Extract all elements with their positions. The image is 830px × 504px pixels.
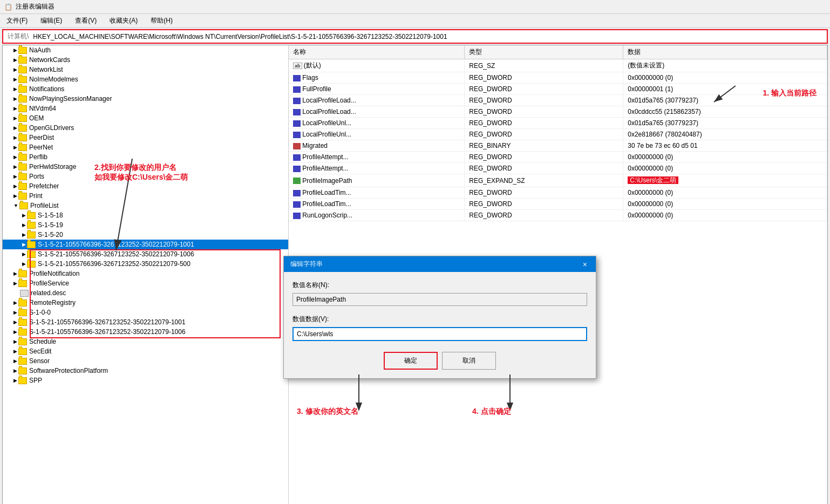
reg-type: REG_DWORD (465, 106, 623, 118)
tree-item-noimemodelmes[interactable]: ▶NoImeModelmes (3, 74, 288, 84)
reg-data: 0x2e818667 (780240487) (623, 129, 827, 140)
registry-row[interactable]: LocalProfileLoad... REG_DWORD 0x0cddcc55… (289, 106, 827, 118)
tree-item-remoteregistry[interactable]: ▶RemoteRegistry (3, 298, 288, 308)
tree-item-print[interactable]: ▶Print (3, 191, 288, 201)
reg-type: REG_DWORD (465, 187, 623, 199)
tree-item-profilelist[interactable]: ▼ProfileList (3, 201, 288, 210)
tree-item-s-1-5-21-b-1006[interactable]: ▶S-1-5-21-1055766396-3267123252-35022120… (3, 327, 288, 337)
reg-name: LocalProfileUnl... (289, 118, 465, 129)
tree-item-networklist[interactable]: ▶NetworkList (3, 65, 288, 74)
reg-name: RunLogonScrip... (289, 210, 465, 221)
reg-data: 0x00000000 (0) (623, 152, 827, 163)
reg-name: LocalProfileUnl... (289, 129, 465, 140)
registry-row[interactable]: Flags REG_DWORD 0x00000000 (0) (289, 72, 827, 84)
reg-name: LocalProfileLoad... (289, 95, 465, 106)
registry-row[interactable]: Migrated REG_BINARY 30 7e be 73 ec 60 d5… (289, 140, 827, 152)
tree-item-perflib[interactable]: ▶Perflib (3, 152, 288, 162)
registry-row[interactable]: RunLogonScrip... REG_DWORD 0x00000000 (0… (289, 210, 827, 221)
registry-row[interactable]: LocalProfileLoad... REG_DWORD 0x01d5a765… (289, 95, 827, 106)
col-name: 名称 (289, 45, 465, 59)
registry-row[interactable]: ProfileLoadTim... REG_DWORD 0x00000000 (… (289, 199, 827, 210)
tree-item-naauth[interactable]: ▶NaAuth (3, 45, 288, 55)
menu-bar: 文件(F) 编辑(E) 查看(V) 收藏夹(A) 帮助(H) (0, 14, 830, 28)
dialog-titlebar: 编辑字符串 × (284, 256, 596, 272)
reg-name: LocalProfileLoad... (289, 106, 465, 118)
menu-favorites[interactable]: 收藏夹(A) (107, 15, 140, 26)
reg-name: ProfileLoadTim... (289, 187, 465, 199)
dialog-body: 数值名称(N): 数值数据(V): 确定 取消 (284, 272, 596, 378)
reg-type: REG_DWORD (465, 72, 623, 84)
tree-item-profilenotification[interactable]: ▶ProfileNotification (3, 269, 288, 278)
reg-data: 0x01d5a765 (30779237) (623, 118, 827, 129)
ok-button[interactable]: 确定 (384, 352, 438, 370)
reg-data: 30 7e be 73 ec 60 d5 01 (623, 140, 827, 152)
dialog-close-button[interactable]: × (581, 260, 589, 269)
tree-item-s-1-5-21-b-1001[interactable]: ▶S-1-5-21-1055766396-3267123252-35022120… (3, 317, 288, 327)
tree-item-softwareprotection[interactable]: ▶SoftwareProtectionPlatform (3, 366, 288, 376)
reg-name: FullProfile (289, 84, 465, 95)
value-data-input[interactable] (292, 327, 587, 341)
tree-item-peernet[interactable]: ▶PeerNet (3, 142, 288, 152)
tree-item-spp[interactable]: ▶SPP (3, 376, 288, 385)
reg-data: 0x00000000 (0) (623, 163, 827, 174)
tree-item-ntvdm64[interactable]: ▶NtVdm64 (3, 104, 288, 113)
registry-row[interactable]: LocalProfileUnl... REG_DWORD 0x01d5a765 … (289, 118, 827, 129)
registry-row[interactable]: LocalProfileUnl... REG_DWORD 0x2e818667 … (289, 129, 827, 140)
tree-item-s-1-5-20[interactable]: ▶S-1-5-20 (3, 230, 288, 240)
value-name-input[interactable] (292, 293, 587, 306)
tree-item-s-1-5-18[interactable]: ▶S-1-5-18 (3, 210, 288, 220)
menu-edit[interactable]: 编辑(E) (38, 15, 64, 26)
reg-type: REG_DWORD (465, 210, 623, 221)
tree-item-s-1-5-19[interactable]: ▶S-1-5-19 (3, 220, 288, 230)
tree-item-s-1-5-21-1006[interactable]: ▶S-1-5-21-1055766396-3267123252-35022120… (3, 249, 288, 259)
tree-item-opengl[interactable]: ▶OpenGLDrivers (3, 123, 288, 133)
reg-type: REG_DWORD (465, 199, 623, 210)
registry-row[interactable]: ProfileLoadTim... REG_DWORD 0x00000000 (… (289, 187, 827, 199)
dialog-buttons: 确定 取消 (292, 352, 587, 370)
registry-row[interactable]: ProfileImagePath REG_EXPAND_SZ C:\Users\… (289, 174, 827, 187)
value-name-label: 数值名称(N): (292, 281, 587, 290)
registry-row[interactable]: ProfileAttempt... REG_DWORD 0x00000000 (… (289, 152, 827, 163)
tree-item-secedit[interactable]: ▶SecEdit (3, 346, 288, 356)
tree-item-sensor[interactable]: ▶Sensor (3, 356, 288, 366)
tree-item-profileservice[interactable]: ▶ProfileService (3, 278, 288, 288)
reg-name: ab (默认) (289, 59, 465, 72)
reg-name: ProfileLoadTim... (289, 199, 465, 210)
title-bar: 📋 注册表编辑器 (0, 0, 830, 14)
edit-string-dialog[interactable]: 编辑字符串 × 数值名称(N): 数值数据(V): 确定 取消 (283, 256, 596, 379)
menu-view[interactable]: 查看(V) (73, 15, 99, 26)
tree-item-peerdist[interactable]: ▶PeerDist (3, 133, 288, 142)
tree-item-oem[interactable]: ▶OEM (3, 113, 288, 123)
tree-item-s-1-5-21-1001[interactable]: ▶S-1-5-21-1055766396-3267123252-35022120… (3, 240, 288, 249)
col-type: 类型 (465, 45, 623, 59)
registry-table: 名称 类型 数据 ab (默认) REG_SZ (数值未设置) Flags RE… (289, 45, 827, 221)
tree-item-schedule[interactable]: ▶Schedule (3, 337, 288, 346)
cancel-button[interactable]: 取消 (442, 352, 496, 370)
reg-data: (数值未设置) (623, 59, 827, 72)
menu-help[interactable]: 帮助(H) (148, 15, 175, 26)
window-icon: 📋 (4, 3, 12, 11)
col-data: 数据 (623, 45, 827, 59)
main-content: ▶NaAuth▶NetworkCards▶NetworkList▶NoImeMo… (2, 45, 828, 504)
tree-item-related[interactable]: related.desc (3, 288, 288, 298)
tree-item-s-1-0-0[interactable]: ▶S-1-0-0 (3, 308, 288, 317)
reg-data: 0x01d5a765 (30779237) (623, 95, 827, 106)
reg-name: Flags (289, 72, 465, 84)
address-bar: 计算机\ HKEY_LOCAL_MACHINE\SOFTWARE\Microso… (2, 29, 828, 44)
registry-row[interactable]: FullProfile REG_DWORD 0x00000001 (1) (289, 84, 827, 95)
reg-data: 0x00000000 (0) (623, 187, 827, 199)
menu-file[interactable]: 文件(F) (4, 15, 30, 26)
tree-item-notifications[interactable]: ▶Notifications (3, 84, 288, 94)
registry-row[interactable]: ProfileAttempt... REG_DWORD 0x00000000 (… (289, 163, 827, 174)
tree-panel: ▶NaAuth▶NetworkCards▶NetworkList▶NoImeMo… (3, 45, 289, 504)
address-value[interactable]: HKEY_LOCAL_MACHINE\SOFTWARE\Microsoft\Wi… (33, 33, 822, 40)
tree-item-ports[interactable]: ▶Ports (3, 172, 288, 181)
reg-type: REG_DWORD (465, 129, 623, 140)
tree-item-nowplayingsessionmanager[interactable]: ▶NowPlayingSessionManager (3, 94, 288, 104)
tree-item-prefetcher[interactable]: ▶Prefetcher (3, 181, 288, 191)
tree-item-perhwldstorage[interactable]: ▶PerHwldStorage (3, 162, 288, 172)
tree-item-s-1-5-21-500[interactable]: ▶S-1-5-21-1055766396-3267123252-35022120… (3, 259, 288, 269)
tree-item-networkcards[interactable]: ▶NetworkCards (3, 55, 288, 65)
registry-row[interactable]: ab (默认) REG_SZ (数值未设置) (289, 59, 827, 72)
reg-type: REG_BINARY (465, 140, 623, 152)
